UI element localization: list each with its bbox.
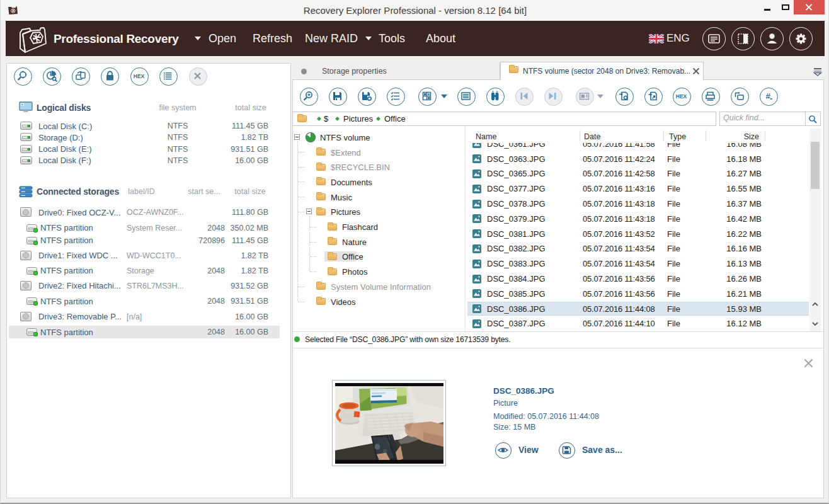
svg-text:HEX: HEX [134,73,145,79]
svg-text:HEX: HEX [676,93,687,100]
svg-text:#: # [765,91,770,100]
